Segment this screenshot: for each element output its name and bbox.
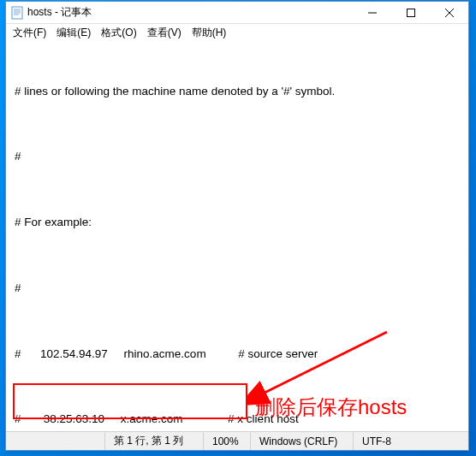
maximize-icon [407, 9, 415, 17]
menu-edit[interactable]: 编辑(E) [51, 24, 96, 42]
text-line: # lines or following the machine name de… [15, 83, 460, 100]
menu-view[interactable]: 查看(V) [142, 24, 187, 42]
maximize-button[interactable] [391, 2, 430, 23]
minimize-icon [368, 9, 377, 17]
status-zoom: 100% [203, 432, 250, 450]
window-title: hosts - 记事本 [27, 5, 353, 20]
status-encoding: UTF-8 [353, 432, 468, 450]
editor-content[interactable]: # lines or following the machine name de… [6, 41, 468, 431]
menu-format[interactable]: 格式(O) [96, 24, 141, 42]
close-button[interactable] [430, 2, 468, 23]
text-line: # [15, 148, 460, 165]
window-controls [353, 2, 468, 23]
statusbar: 第 1 行, 第 1 列 100% Windows (CRLF) UTF-8 [6, 431, 468, 450]
minimize-button[interactable] [353, 2, 391, 23]
text-line: # 102.54.94.97 rhino.acme.com # source s… [15, 346, 460, 363]
titlebar[interactable]: hosts - 记事本 [6, 2, 468, 24]
text-line: # 38.25.63.10 x.acme.com # x client host [15, 411, 460, 428]
status-line-ending: Windows (CRLF) [250, 432, 353, 450]
text-line: # [15, 280, 460, 297]
svg-line-10 [261, 332, 387, 394]
notepad-window: hosts - 记事本 文件(F) 编辑(E) 格式(O) 查看(V) 帮助(H… [5, 1, 469, 451]
menubar: 文件(F) 编辑(E) 格式(O) 查看(V) 帮助(H) [6, 24, 468, 41]
close-icon [445, 9, 454, 17]
notepad-icon [11, 6, 23, 20]
annotation-arrow-icon [246, 319, 417, 422]
menu-help[interactable]: 帮助(H) [187, 24, 232, 42]
text-line: # For example: [15, 214, 460, 231]
status-position: 第 1 行, 第 1 列 [104, 432, 203, 450]
menu-file[interactable]: 文件(F) [8, 24, 51, 42]
svg-rect-6 [407, 9, 414, 16]
